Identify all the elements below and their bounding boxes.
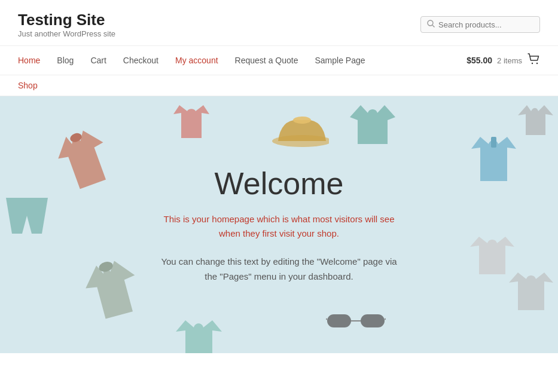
nav-request-quote[interactable]: Request a Quote xyxy=(227,52,307,69)
svg-point-0 xyxy=(428,20,433,26)
hero-section: Welcome This is your homepage which is w… xyxy=(0,96,558,353)
nav-links: Home Blog Cart Checkout My account Reque… xyxy=(18,52,466,69)
decor-grey-top xyxy=(516,102,555,140)
search-input[interactable] xyxy=(438,20,533,29)
decor-shorts-teal xyxy=(3,195,51,239)
primary-nav: Home Blog Cart Checkout My account Reque… xyxy=(0,46,558,75)
nav-cart[interactable]: Cart xyxy=(82,52,114,69)
hero-description: You can change this text by editing the … xyxy=(160,254,399,284)
cart-summary: $55.00 2 items xyxy=(466,53,540,69)
decor-sunglasses xyxy=(326,308,386,335)
site-title: Testing Site xyxy=(18,11,115,29)
nav-my-account[interactable]: My account xyxy=(167,52,227,69)
site-tagline: Just another WordPress site xyxy=(18,29,115,38)
decor-hoodie-left xyxy=(57,129,111,191)
svg-rect-7 xyxy=(491,137,496,148)
search-icon xyxy=(427,20,435,29)
decor-tshirt-teal-bottom xyxy=(173,317,224,353)
svg-rect-9 xyxy=(327,314,351,327)
site-branding: Testing Site Just another WordPress site xyxy=(18,11,115,38)
cart-price: $55.00 xyxy=(466,56,492,65)
nav-checkout[interactable]: Checkout xyxy=(115,52,167,69)
hero-content: Welcome This is your homepage which is w… xyxy=(148,142,411,308)
hero-subtitle: This is your homepage which is what most… xyxy=(160,212,399,241)
cart-icon[interactable] xyxy=(527,53,540,69)
svg-point-3 xyxy=(536,62,538,63)
decor-tshirt-1 xyxy=(170,102,212,143)
svg-line-1 xyxy=(432,25,434,27)
secondary-nav: Shop xyxy=(0,75,558,96)
cart-items-count: 2 items xyxy=(497,56,522,65)
nav-blog[interactable]: Blog xyxy=(48,52,82,69)
nav-home[interactable]: Home xyxy=(18,52,48,69)
nav-sample-page[interactable]: Sample Page xyxy=(306,52,373,69)
search-bar[interactable] xyxy=(420,16,540,33)
decor-grey-right xyxy=(507,270,555,317)
nav-shop[interactable]: Shop xyxy=(18,81,38,90)
decor-grey-hoodie xyxy=(84,258,141,323)
svg-rect-10 xyxy=(361,314,385,327)
decor-polo-blue xyxy=(468,132,519,188)
site-header: Testing Site Just another WordPress site xyxy=(0,0,558,46)
svg-point-6 xyxy=(293,117,311,124)
svg-point-2 xyxy=(532,62,533,63)
hero-title: Welcome xyxy=(160,166,399,201)
